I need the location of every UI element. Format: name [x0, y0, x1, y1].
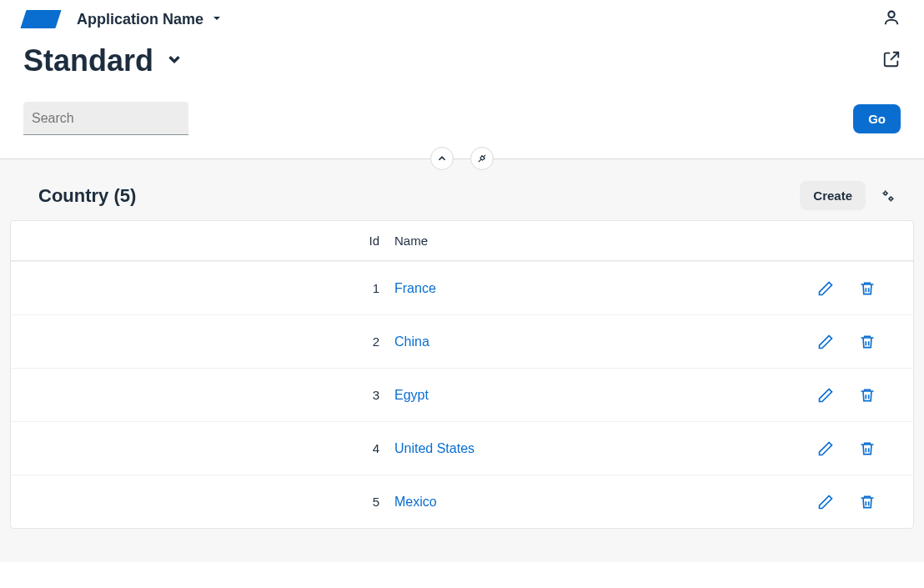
edit-icon[interactable] — [817, 494, 834, 510]
share-icon[interactable] — [882, 50, 901, 72]
create-button[interactable]: Create — [800, 181, 866, 210]
panel-title: Country (5) — [38, 185, 136, 207]
row-id: 1 — [11, 281, 394, 295]
svg-point-4 — [890, 198, 891, 199]
delete-icon[interactable] — [859, 280, 876, 297]
row-name-link[interactable]: China — [394, 334, 429, 349]
row-name-link[interactable]: France — [394, 281, 436, 295]
column-name: Name — [394, 234, 796, 248]
table-row: 2China — [11, 314, 913, 368]
svg-point-2 — [885, 192, 886, 193]
chevron-down-icon — [165, 50, 183, 72]
delete-icon[interactable] — [859, 387, 876, 404]
row-id: 3 — [11, 388, 394, 402]
table-row: 5Mexico — [11, 475, 913, 528]
search-input[interactable] — [23, 102, 188, 135]
edit-icon[interactable] — [817, 440, 834, 457]
logo — [20, 10, 61, 28]
app-name-dropdown[interactable]: Application Name — [77, 11, 222, 28]
delete-icon[interactable] — [859, 334, 876, 350]
row-id: 5 — [11, 495, 394, 509]
edit-icon[interactable] — [817, 387, 834, 404]
row-name-link[interactable]: Egypt — [394, 388, 429, 402]
page-title: Standard — [23, 43, 153, 78]
column-id: Id — [11, 234, 394, 248]
country-table: Id Name 1France2China3Egypt4United State… — [10, 220, 914, 529]
table-row: 4United States — [11, 421, 913, 475]
edit-icon[interactable] — [817, 280, 834, 297]
table-header: Id Name — [11, 221, 913, 261]
row-name-link[interactable]: Mexico — [394, 495, 437, 509]
table-row: 1France — [11, 261, 913, 314]
edit-icon[interactable] — [817, 334, 834, 350]
row-name-link[interactable]: United States — [394, 441, 475, 455]
page-title-dropdown[interactable]: Standard — [23, 43, 183, 78]
collapse-button[interactable] — [430, 147, 454, 170]
svg-point-0 — [888, 12, 894, 18]
app-name: Application Name — [77, 11, 203, 28]
delete-icon[interactable] — [859, 440, 876, 457]
table-row: 3Egypt — [11, 368, 913, 421]
row-id: 4 — [11, 441, 394, 455]
caret-down-icon — [212, 12, 222, 27]
delete-icon[interactable] — [859, 494, 876, 510]
settings-icon[interactable] — [877, 185, 899, 207]
row-id: 2 — [11, 334, 394, 349]
go-button[interactable]: Go — [853, 104, 901, 133]
user-icon[interactable] — [882, 8, 901, 30]
pin-button[interactable] — [470, 147, 494, 170]
